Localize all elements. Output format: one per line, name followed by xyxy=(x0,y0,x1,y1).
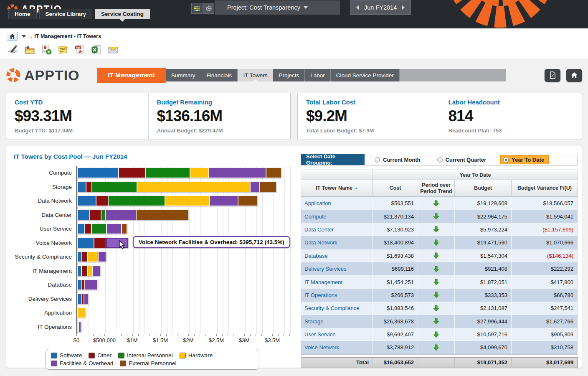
tab-home[interactable]: Home xyxy=(8,9,37,19)
bar-segment-facilities-overhead[interactable] xyxy=(93,266,100,276)
bar-segment-internal-personnel[interactable] xyxy=(108,196,165,206)
bar-segment-software[interactable] xyxy=(77,182,86,192)
bar-segment-internal-personnel[interactable] xyxy=(92,182,137,192)
report-page-button[interactable] xyxy=(545,69,560,82)
apps-grid-button[interactable] xyxy=(191,3,203,14)
tower-name-link[interactable]: Delivery Services xyxy=(301,262,373,275)
bar-segment-external-personnel[interactable] xyxy=(122,224,127,234)
bar-segment-facilities-overhead[interactable] xyxy=(250,182,260,192)
nav-section-title[interactable]: IT Management xyxy=(97,68,166,83)
bar-segment-hardware[interactable] xyxy=(87,266,93,276)
bar-segment-internal-personnel[interactable] xyxy=(91,224,106,234)
column-header-cost[interactable]: Cost xyxy=(373,180,418,196)
bar-segment-other[interactable] xyxy=(96,196,108,206)
bar-segment-software[interactable] xyxy=(77,196,96,206)
breadcrumb-home-button[interactable] xyxy=(7,32,18,41)
tower-name-link[interactable]: Data Network xyxy=(301,236,373,249)
bar-segment-software[interactable] xyxy=(77,238,94,248)
bar-segment-other[interactable] xyxy=(119,168,145,178)
radio-icon[interactable] xyxy=(503,157,509,163)
bar-segment-other[interactable] xyxy=(82,279,85,290)
stacked-bar[interactable] xyxy=(77,266,100,276)
bar-segment-facilities-overhead[interactable] xyxy=(85,279,98,290)
tab-summary[interactable]: Summary xyxy=(166,69,201,81)
stacked-bar[interactable] xyxy=(77,168,281,178)
tab-service-costing[interactable]: Service Costing xyxy=(95,9,150,19)
tower-name-link[interactable]: User Service xyxy=(301,328,373,341)
bar-segment-other[interactable] xyxy=(85,224,91,234)
previous-period-arrow-icon[interactable] xyxy=(356,5,359,10)
bar-segment-software[interactable] xyxy=(77,266,81,276)
date-grouping-option-current-quarter[interactable]: Current Quarter xyxy=(435,155,491,164)
stacked-bar[interactable] xyxy=(77,252,106,262)
tower-name-link[interactable]: Storage xyxy=(301,315,373,328)
bar-segment-other[interactable] xyxy=(90,210,101,220)
bar-segment-hardware[interactable] xyxy=(77,307,85,318)
radio-icon[interactable] xyxy=(375,157,380,163)
tab-projects[interactable]: Projects xyxy=(273,69,305,81)
tower-name-link[interactable]: Data Center xyxy=(301,223,373,236)
signature-pen-icon[interactable] xyxy=(7,44,19,56)
bar-segment-external-personnel[interactable] xyxy=(136,210,188,220)
stacked-bar[interactable] xyxy=(77,182,276,192)
open-folder-icon[interactable] xyxy=(23,44,36,56)
bar-segment-facilities-overhead[interactable] xyxy=(79,322,81,332)
settings-gear-button[interactable] xyxy=(203,3,214,14)
stacked-bar[interactable] xyxy=(77,322,81,332)
home-button[interactable] xyxy=(566,69,582,82)
stacked-bar[interactable] xyxy=(77,279,98,290)
bar-segment-other[interactable] xyxy=(86,182,92,192)
tower-name-link[interactable]: Compute xyxy=(301,210,373,223)
tower-name-link[interactable]: Voice Network xyxy=(301,341,373,354)
tab-service-library[interactable]: Service Library xyxy=(39,9,93,19)
bar-segment-software[interactable] xyxy=(77,252,82,262)
bar-segment-software[interactable] xyxy=(77,168,119,178)
tower-name-link[interactable]: IT Management xyxy=(301,275,373,288)
tab-financials[interactable]: Financials xyxy=(201,69,238,81)
stacked-bar[interactable] xyxy=(77,294,89,304)
bar-segment-software[interactable] xyxy=(77,279,82,290)
project-selector[interactable]: Project: Cost Transparency xyxy=(215,0,340,15)
bar-segment-hardware[interactable] xyxy=(190,168,209,178)
bar-segment-external-personnel[interactable] xyxy=(260,182,276,192)
column-header-period-over-period-trend[interactable]: Period over Period Trend xyxy=(418,180,455,196)
stacked-bar[interactable] xyxy=(77,210,188,220)
bar-segment-internal-personnel[interactable] xyxy=(145,168,190,178)
tower-name-link[interactable]: Application xyxy=(301,197,373,210)
bar-segment-hardware[interactable] xyxy=(87,252,98,262)
bar-segment-external-personnel[interactable] xyxy=(266,168,281,178)
date-grouping-option-year-to-date[interactable]: Year To Date xyxy=(500,155,549,164)
notes-icon[interactable] xyxy=(57,44,69,56)
tower-name-link[interactable]: Security & Compliance xyxy=(301,302,373,315)
bar-segment-facilities-overhead[interactable] xyxy=(105,210,136,220)
bar-segment-facilities-overhead[interactable] xyxy=(209,168,266,178)
date-grouping-option-current-month[interactable]: Current Month xyxy=(372,155,425,164)
stacked-bar[interactable] xyxy=(77,307,85,318)
bar-segment-hardware[interactable] xyxy=(165,196,210,206)
email-icon[interactable] xyxy=(107,44,119,56)
column-header-budget-variance-f-u[interactable]: Budget Variance F/(U) xyxy=(512,180,578,196)
bar-segment-facilities-overhead[interactable] xyxy=(210,196,238,206)
new-report-chart-icon[interactable] xyxy=(40,44,53,56)
radio-icon[interactable] xyxy=(437,157,443,163)
bar-segment-facilities-overhead[interactable] xyxy=(84,294,89,304)
column-header-budget[interactable]: Budget xyxy=(455,180,512,196)
bar-segment-other[interactable] xyxy=(81,266,87,276)
bar-segment-other[interactable] xyxy=(94,238,106,248)
stacked-bar[interactable] xyxy=(77,224,127,234)
tab-it-towers[interactable]: IT Towers xyxy=(238,69,273,81)
bar-segment-other[interactable] xyxy=(82,252,87,262)
pdf-export-icon[interactable]: PDF xyxy=(74,44,86,56)
next-period-arrow-icon[interactable] xyxy=(402,5,405,10)
excel-export-icon[interactable] xyxy=(90,44,103,56)
bar-segment-internal-personnel[interactable] xyxy=(101,210,105,220)
column-header-it-tower-name[interactable]: IT Tower Name▲ xyxy=(301,180,373,196)
bar-segment-software[interactable] xyxy=(77,210,90,220)
bar-segment-software[interactable] xyxy=(77,224,85,234)
tab-cloud-service-provider[interactable]: Cloud Service Provider xyxy=(331,69,400,81)
bar-segment-software[interactable] xyxy=(77,294,82,304)
tower-name-link[interactable]: Database xyxy=(301,249,373,262)
bar-segment-facilities-overhead[interactable] xyxy=(98,252,106,262)
bar-segment-external-personnel[interactable] xyxy=(238,196,257,206)
tower-name-link[interactable]: IT Operations xyxy=(301,289,373,302)
